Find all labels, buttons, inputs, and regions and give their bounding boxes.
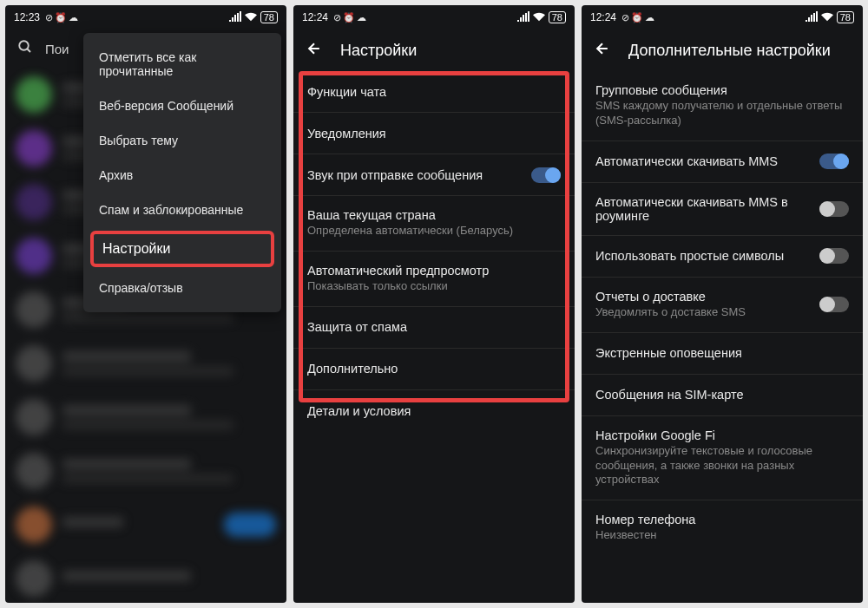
wifi-icon <box>245 11 257 24</box>
header: Дополнительные настройки <box>582 29 863 71</box>
wifi-icon <box>533 11 545 24</box>
setting-google-fi[interactable]: Настройки Google Fi Синхронизируйте текс… <box>582 416 863 501</box>
setting-advanced[interactable]: Дополнительно <box>293 349 575 390</box>
menu-help-feedback[interactable]: Справка/отзыв <box>83 271 281 305</box>
status-icons-left: ⊘⏰☁ <box>333 12 366 23</box>
popup-menu: Отметить все как прочитанные Веб-версия … <box>83 33 281 312</box>
setting-mms-roaming[interactable]: Автоматически скачивать MMS в роуминге <box>582 183 863 236</box>
menu-settings-highlighted: Настройки <box>90 231 274 267</box>
setting-details-terms[interactable]: Детали и условия <box>293 390 575 432</box>
setting-sim-messages[interactable]: Сообщения на SIM-карте <box>582 375 863 416</box>
menu-choose-theme[interactable]: Выбрать тему <box>83 123 281 158</box>
setting-chat-features[interactable]: Функции чата <box>293 71 575 113</box>
status-time: 12:24 <box>302 11 328 23</box>
settings-list: Функции чата Уведомления Звук при отправ… <box>293 71 575 432</box>
page-title: Дополнительные настройки <box>628 42 831 60</box>
battery-icon: 78 <box>260 11 278 23</box>
settings-list: Групповые сообщения SMS каждому получате… <box>582 71 863 555</box>
menu-archive[interactable]: Архив <box>83 158 281 193</box>
setting-country[interactable]: Ваша текущая страна Определена автоматич… <box>293 196 575 252</box>
menu-settings[interactable]: Настройки <box>102 241 170 256</box>
battery-icon: 78 <box>837 11 854 23</box>
signal-icon <box>806 11 818 24</box>
status-icons-left: ⊘⏰☁ <box>621 12 654 23</box>
svg-line-1 <box>27 49 30 52</box>
status-bar: 12:23 ⊘⏰☁ 78 <box>5 5 286 29</box>
setting-auto-download-mms[interactable]: Автоматически скачивать MMS <box>582 141 863 183</box>
search-placeholder: Пои <box>45 42 69 56</box>
status-icons-left: ⊘⏰☁ <box>45 12 78 23</box>
back-arrow-icon[interactable] <box>594 40 611 61</box>
setting-simple-chars[interactable]: Использовать простые символы <box>582 236 863 278</box>
toggle-delivery-reports[interactable] <box>819 297 849 312</box>
page-title: Настройки <box>340 42 417 60</box>
toggle-simple-chars[interactable] <box>819 248 849 264</box>
menu-spam-blocked[interactable]: Спам и заблокированные <box>83 193 281 227</box>
setting-send-sound[interactable]: Звук при отправке сообщения <box>293 154 575 196</box>
setting-delivery-reports[interactable]: Отчеты о доставке Уведомлять о доставке … <box>582 278 863 333</box>
setting-auto-preview[interactable]: Автоматический предпросмотр Показывать т… <box>293 252 575 307</box>
phone-screen-1: 12:23 ⊘⏰☁ 78 Пои Отметить все как прочит… <box>5 5 286 603</box>
signal-icon <box>517 11 529 24</box>
setting-spam-protection[interactable]: Защита от спама <box>293 307 575 349</box>
status-time: 12:23 <box>14 11 40 23</box>
status-bar: 12:24 ⊘⏰☁ 78 <box>293 5 575 29</box>
status-bar: 12:24 ⊘⏰☁ 78 <box>582 5 863 29</box>
phone-screen-3: 12:24 ⊘⏰☁ 78 Дополнительные настройки Гр… <box>582 5 863 603</box>
setting-group-messages[interactable]: Групповые сообщения SMS каждому получате… <box>582 71 863 141</box>
wifi-icon <box>821 11 833 24</box>
toggle-auto-mms[interactable] <box>819 154 849 169</box>
toggle-mms-roaming[interactable] <box>819 201 849 217</box>
toggle-send-sound[interactable] <box>531 167 561 183</box>
signal-icon <box>229 11 241 24</box>
header: Настройки <box>293 29 575 71</box>
menu-mark-read[interactable]: Отметить все как прочитанные <box>83 40 281 88</box>
search-icon <box>17 39 33 58</box>
battery-icon: 78 <box>549 11 566 23</box>
svg-point-0 <box>19 41 29 50</box>
phone-screen-2: 12:24 ⊘⏰☁ 78 Настройки Функции чата Увед… <box>293 5 575 603</box>
setting-emergency-alerts[interactable]: Экстренные оповещения <box>582 333 863 375</box>
status-time: 12:24 <box>590 11 616 23</box>
setting-phone-number[interactable]: Номер телефона Неизвестен <box>582 500 863 555</box>
menu-web-messages[interactable]: Веб-версия Сообщений <box>83 88 281 123</box>
setting-notifications[interactable]: Уведомления <box>293 113 575 154</box>
back-arrow-icon[interactable] <box>306 40 323 61</box>
